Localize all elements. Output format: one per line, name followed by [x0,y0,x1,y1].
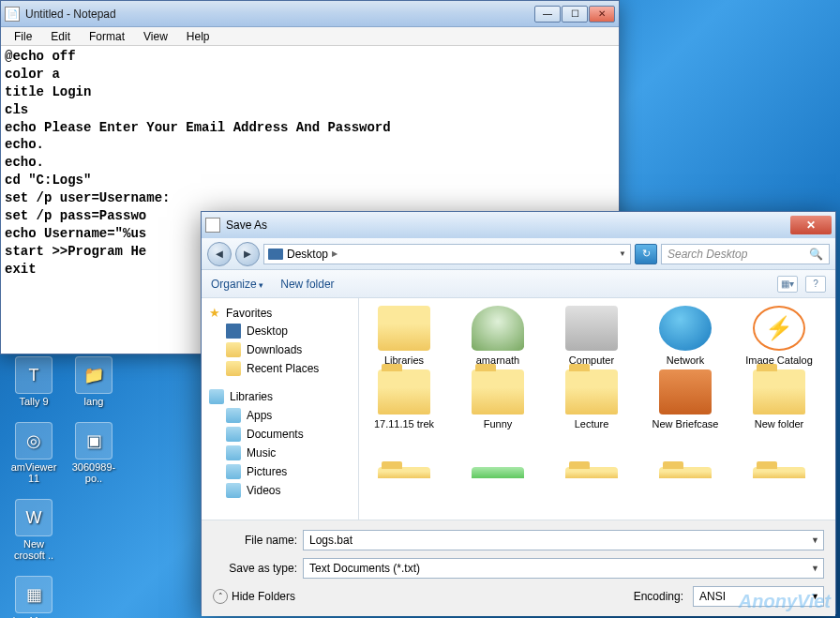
menu-file[interactable]: File [7,28,39,45]
file-item[interactable] [460,433,535,482]
libraries-icon [209,389,224,404]
search-input[interactable]: Search Desktop 🔍 [661,244,830,264]
sidebar-item-downloads[interactable]: Downloads [202,340,358,359]
filename-input[interactable]: Logs.bat▼ [303,530,824,550]
funny-icon [472,467,524,478]
close-button[interactable]: ✕ [790,216,832,234]
titlebar[interactable]: Save As ✕ [202,212,835,238]
file-label: Funny [460,418,535,430]
folder-icon [226,361,241,376]
savetype-select[interactable]: Text Documents (*.txt)▼ [303,558,824,579]
menu-edit[interactable]: Edit [43,28,78,45]
file-item[interactable]: Computer [554,306,629,366]
file-label: Network [648,354,723,366]
folder-icon [753,369,805,415]
desktop-icon[interactable]: TTally 9 [8,356,60,407]
file-item[interactable]: New folder [742,369,817,430]
maximize-button[interactable]: ☐ [562,6,588,23]
sidebar-favorites[interactable]: ★Favorites [202,304,358,322]
hide-folders-button[interactable]: ˄ Hide Folders [213,589,295,604]
organize-button[interactable]: Organize [211,278,263,291]
library-icon [226,427,241,442]
library-icon [226,483,241,498]
desktop-icon[interactable]: ▦ing Maze Lock [8,576,60,618]
file-item[interactable] [648,433,723,482]
sidebar-item-music[interactable]: Music [202,444,358,462]
new-folder-button[interactable]: New folder [280,278,334,291]
chevron-up-icon: ˄ [213,589,228,604]
sidebar-item-recent[interactable]: Recent Places [202,359,358,378]
chevron-down-icon[interactable]: ▼ [619,249,626,258]
minimize-button[interactable]: — [534,6,561,23]
user-icon [472,306,524,351]
forward-button[interactable]: ► [235,242,260,266]
file-item[interactable]: 17.11.15 trek [367,369,442,430]
folder-icon [753,467,805,478]
file-item[interactable]: Libraries [367,306,442,366]
file-item[interactable]: Lecture [554,369,629,430]
sidebar-item-apps[interactable]: Apps [202,406,358,425]
sidebar-item-pictures[interactable]: Pictures [202,462,358,481]
dialog-title: Save As [226,219,790,232]
folder-icon [226,342,241,357]
desktop-icon[interactable]: ▣3060989-po.. [68,422,120,484]
help-button[interactable]: ? [805,276,826,293]
folder-icon [378,467,430,478]
computer-icon [565,306,618,351]
folder-icon [565,467,618,478]
dialog-icon [205,218,220,233]
refresh-button[interactable]: ↻ [635,244,657,264]
titlebar[interactable]: 📄 Untitled - Notepad — ☐ ✕ [1,1,619,27]
file-label: Libraries [367,354,442,366]
window-title: Untitled - Notepad [25,8,534,21]
desktop-icon[interactable]: 📁lang [68,356,120,407]
back-button[interactable]: ◄ [207,242,232,266]
folder-icon [659,467,712,478]
file-item[interactable]: amarnath [460,306,535,366]
encoding-label: Encoding: [634,590,683,603]
file-item[interactable] [554,433,629,482]
file-list[interactable]: LibrariesamarnathComputerNetwork⚡Image C… [359,298,835,520]
view-options-button[interactable]: ▦▾ [777,276,798,293]
folder-icon [565,369,618,415]
sidebar: ★Favorites Desktop Downloads Recent Plac… [202,298,359,520]
file-item[interactable]: ⚡Image Catalog [742,306,817,366]
search-placeholder: Search Desktop [668,248,747,261]
network-icon [659,306,712,351]
desktop-icon[interactable]: WNew crosoft .. [8,499,60,561]
library-icon [226,408,241,423]
menu-view[interactable]: View [136,28,175,45]
catalog-icon: ⚡ [753,306,805,351]
folder-icon [472,369,524,415]
savetype-label: Save as type: [213,562,297,575]
menu-format[interactable]: Format [82,28,132,45]
sidebar-item-desktop[interactable]: Desktop [202,322,358,340]
file-item[interactable]: Network [648,306,723,366]
breadcrumb-text: Desktop [287,248,328,261]
close-button[interactable]: ✕ [589,6,615,23]
sidebar-libraries[interactable]: Libraries [202,387,358,406]
file-label: Image Catalog [742,354,817,366]
file-item[interactable] [367,433,442,482]
desktop-icon[interactable]: ◎amViewer 11 [8,422,60,484]
chevron-down-icon[interactable]: ▼ [811,535,819,545]
toolbar: Organize New folder ▦▾ ? [202,270,835,298]
sidebar-item-videos[interactable]: Videos [202,481,358,500]
library-icon [226,464,241,479]
image-icon: ▣ [75,422,112,460]
app-icon: T [15,356,52,394]
file-label: New Briefcase [648,418,723,430]
breadcrumb[interactable]: Desktop ▶ ▼ [263,244,631,264]
encoding-select[interactable]: ANSI▼ [693,586,824,607]
menu-help[interactable]: Help [179,28,218,45]
file-label: Lecture [554,418,629,430]
file-label: Computer [554,354,629,366]
file-item[interactable]: Funny [460,369,535,430]
star-icon: ★ [209,306,220,320]
chevron-down-icon[interactable]: ▼ [811,592,819,601]
file-item[interactable] [742,433,817,482]
chevron-right-icon[interactable]: ▶ [332,249,338,258]
chevron-down-icon[interactable]: ▼ [811,564,819,573]
sidebar-item-documents[interactable]: Documents [202,425,358,444]
file-item[interactable]: New Briefcase [648,369,723,430]
